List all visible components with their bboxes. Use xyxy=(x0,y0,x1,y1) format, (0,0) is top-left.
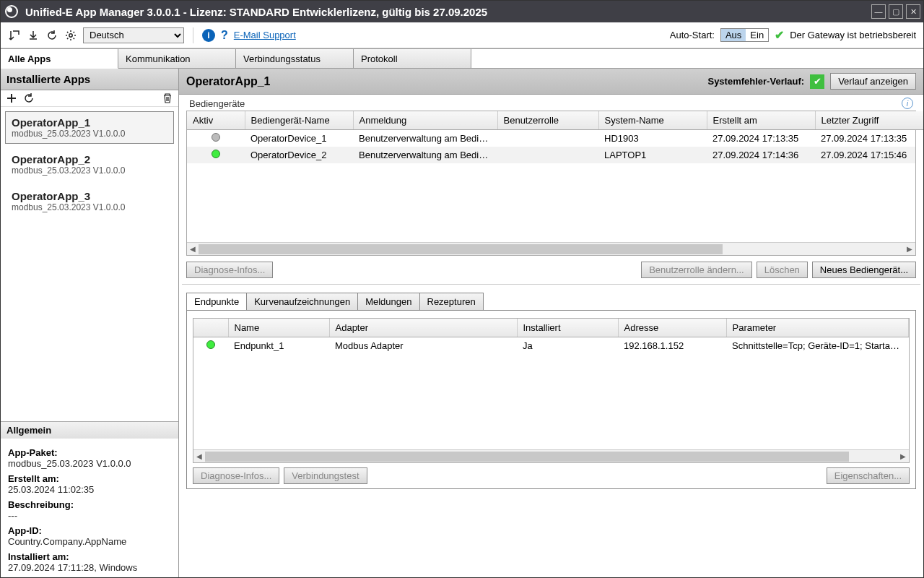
pkg-label: App-Paket: xyxy=(8,447,171,458)
subtab-trends[interactable]: Kurvenaufzeichnungen xyxy=(246,293,358,310)
add-icon[interactable] xyxy=(6,93,17,103)
email-support-link[interactable]: E-Mail Support xyxy=(234,30,296,40)
col-ep-name[interactable]: Name xyxy=(228,319,329,337)
device-row[interactable]: OperatorDevice_1 Benutzerverwaltung am B… xyxy=(187,130,915,147)
selected-app-name: OperatorApp_1 xyxy=(186,75,270,88)
app-package: modbus_25.03.2023 V1.0.0.0 xyxy=(12,165,167,176)
created-value: 25.03.2024 11:02:35 xyxy=(8,484,171,495)
devices-table: Aktiv Bediengerät-Name Anmeldung Benutze… xyxy=(187,111,923,130)
col-last[interactable]: Letzter Zugriff xyxy=(815,111,923,130)
new-device-button[interactable]: Neues Bediengerät... xyxy=(812,262,916,278)
close-button[interactable]: ✕ xyxy=(906,4,920,19)
scroll-left-icon[interactable]: ◀ xyxy=(187,243,199,255)
devices-table-wrapper: Aktiv Bediengerät-Name Anmeldung Benutze… xyxy=(186,111,916,256)
subtab-endpoints[interactable]: Endpunkte xyxy=(186,293,247,310)
app-name: OperatorApp_3 xyxy=(12,190,167,202)
tab-all-apps[interactable]: Alle Apps xyxy=(1,49,118,69)
toolbar: Deutsch i ? E-Mail Support Auto-Start: A… xyxy=(1,22,923,48)
col-ep-params[interactable]: Parameter xyxy=(726,319,909,337)
sysfault-label: Systemfehler-Verlauf: xyxy=(707,76,804,87)
endpoints-scrollbar[interactable]: ◀ ▶ xyxy=(193,449,909,462)
info-small-icon[interactable]: i xyxy=(902,98,913,109)
scroll-right-icon[interactable]: ▶ xyxy=(904,243,915,255)
main-panel: OperatorApp_1 Systemfehler-Verlauf: ✔ Ve… xyxy=(178,69,923,577)
download-icon[interactable] xyxy=(27,29,40,42)
col-system[interactable]: System-Name xyxy=(598,111,707,130)
delete-button[interactable]: Löschen xyxy=(757,262,808,278)
gear-icon[interactable] xyxy=(64,29,77,42)
properties-button[interactable]: Eigenschaften... xyxy=(827,467,910,484)
app-package: modbus_25.03.2023 V1.0.0.0 xyxy=(12,129,167,139)
subtab-messages[interactable]: Meldungen xyxy=(357,293,419,310)
desc-label: Beschreibung: xyxy=(8,499,171,510)
scroll-left-icon[interactable]: ◀ xyxy=(193,450,205,462)
app-package: modbus_25.03.2023 V1.0.0.0 xyxy=(12,202,167,212)
history-button[interactable]: Verlauf anzeigen xyxy=(830,73,916,90)
info-icon[interactable]: i xyxy=(202,29,215,42)
col-ep-adapter[interactable]: Adapter xyxy=(329,319,517,337)
appid-value: Country.Company.AppName xyxy=(8,536,171,547)
tab-protocol[interactable]: Protokoll xyxy=(354,49,471,68)
status-dot-icon xyxy=(212,133,220,142)
col-role[interactable]: Benutzerrolle xyxy=(497,111,598,130)
export-icon[interactable] xyxy=(8,29,21,42)
app-card[interactable]: OperatorApp_1 modbus_25.03.2023 V1.0.0.0 xyxy=(5,111,174,144)
col-ep-address[interactable]: Adresse xyxy=(618,319,726,337)
col-dev-name[interactable]: Bediengerät-Name xyxy=(245,111,353,130)
col-created[interactable]: Erstellt am xyxy=(707,111,815,130)
refresh-icon[interactable] xyxy=(45,29,58,42)
devices-section-label: Bediengeräte xyxy=(189,98,245,109)
title-bar: Unified-E App Manager 3.0.0.1 - Lizenz: … xyxy=(1,1,923,22)
conntest-button[interactable]: Verbindungstest xyxy=(284,467,367,484)
status-dot-icon xyxy=(212,150,220,158)
sub-tabs: Endpunkte Kurvenaufzeichnungen Meldungen… xyxy=(186,293,916,310)
app-card[interactable]: OperatorApp_3 modbus_25.03.2023 V1.0.0.0 xyxy=(5,185,174,217)
pkg-value: modbus_25.03.2023 V1.0.0.0 xyxy=(8,458,171,469)
autostart-on[interactable]: Ein xyxy=(746,29,768,41)
autostart-label: Auto-Start: xyxy=(670,30,715,40)
general-panel: Allgemein App-Paket: modbus_25.03.2023 V… xyxy=(1,421,178,577)
installed-label: Installiert am: xyxy=(8,551,171,562)
sidebar-title: Installierte Apps xyxy=(1,69,178,90)
endpoints-table: Name Adapter Installiert Adresse Paramet… xyxy=(193,319,909,337)
change-role-button[interactable]: Benutzerrolle ändern... xyxy=(641,262,752,278)
app-card[interactable]: OperatorApp_2 modbus_25.03.2023 V1.0.0.0 xyxy=(5,148,174,181)
sync-icon[interactable] xyxy=(24,93,34,103)
language-select[interactable]: Deutsch xyxy=(83,27,184,43)
minimize-button[interactable]: — xyxy=(871,4,886,19)
app-name: OperatorApp_2 xyxy=(12,153,167,165)
app-header: OperatorApp_1 Systemfehler-Verlauf: ✔ Ve… xyxy=(179,69,923,95)
scroll-right-icon[interactable]: ▶ xyxy=(897,450,909,462)
maximize-button[interactable]: ▢ xyxy=(889,4,903,19)
endpoint-row[interactable]: Endpunkt_1 Modbus Adapter Ja 192.168.1.1… xyxy=(193,337,909,354)
device-row[interactable]: OperatorDevice_2 Benutzerverwaltung am B… xyxy=(187,147,915,163)
sysfault-ok-icon: ✔ xyxy=(810,74,824,89)
tab-connection-status[interactable]: Verbindungsstatus xyxy=(236,49,354,68)
app-name: OperatorApp_1 xyxy=(12,116,167,129)
autostart-toggle[interactable]: Aus Ein xyxy=(720,28,769,42)
installed-value: 27.09.2024 17:11:28, Windows xyxy=(8,562,171,573)
sidebar: Installierte Apps OperatorApp_1 modbus_2… xyxy=(1,69,178,577)
app-logo-icon xyxy=(5,5,18,18)
main-tabs: Alle Apps Kommunikation Verbindungsstatu… xyxy=(1,48,923,69)
help-icon[interactable]: ? xyxy=(221,29,228,42)
desc-value: --- xyxy=(8,510,171,521)
col-active[interactable]: Aktiv xyxy=(187,111,245,130)
gateway-status-text: Der Gateway ist betriebsbereit xyxy=(790,30,916,40)
devices-scrollbar[interactable]: ◀ ▶ xyxy=(187,242,915,255)
general-title: Allgemein xyxy=(1,422,178,439)
svg-point-0 xyxy=(69,33,72,36)
diagnose2-button[interactable]: Diagnose-Infos... xyxy=(193,467,279,484)
subtab-recipes[interactable]: Rezepturen xyxy=(419,293,484,310)
diagnose-button[interactable]: Diagnose-Infos... xyxy=(186,262,273,278)
appid-label: App-ID: xyxy=(8,525,171,536)
created-label: Erstellt am: xyxy=(8,473,171,484)
col-login[interactable]: Anmeldung xyxy=(353,111,497,130)
col-ep-installed[interactable]: Installiert xyxy=(517,319,618,337)
trash-icon[interactable] xyxy=(162,93,173,103)
endpoints-panel: Name Adapter Installiert Adresse Paramet… xyxy=(186,310,916,489)
status-ok-icon: ✔ xyxy=(775,28,784,42)
tab-communication[interactable]: Kommunikation xyxy=(118,49,236,68)
window-title: Unified-E App Manager 3.0.0.1 - Lizenz: … xyxy=(25,6,871,18)
autostart-off[interactable]: Aus xyxy=(721,29,746,41)
